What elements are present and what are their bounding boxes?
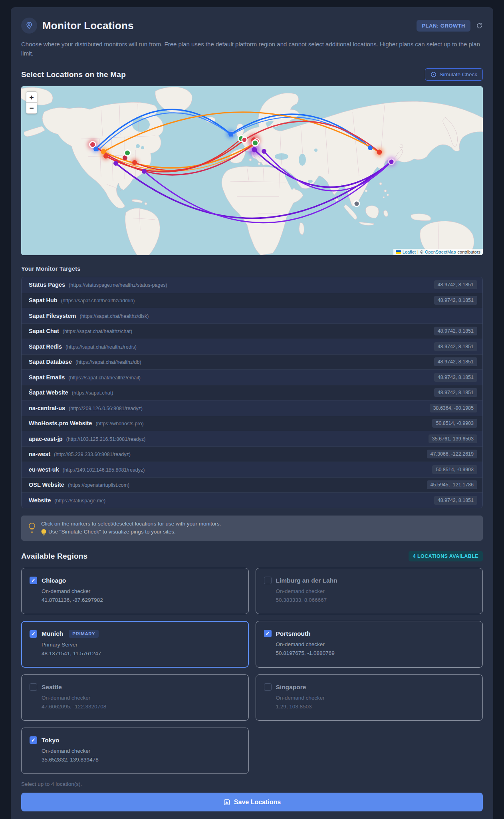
coords-badge: 48.9742, 8.1851 — [434, 373, 477, 382]
coords-badge: 48.9742, 8.1851 — [434, 342, 477, 351]
marker-na-west-orange — [101, 149, 106, 155]
region-cards-grid: Chicago On-demand checker 41.8781136, -8… — [21, 568, 483, 774]
marker-singapore-gray — [354, 201, 359, 206]
marker-europe-purple-1 — [252, 147, 257, 153]
target-row: Sapat Filesystem(https://sapat.chat/heal… — [22, 308, 482, 323]
marker-chicago-green — [125, 150, 131, 156]
target-row: Sapat Chat(https://sapat.chat/healthz/ch… — [22, 323, 482, 339]
target-row: Sapat Hub(https://sapat.chat/healthz/adm… — [22, 293, 482, 308]
coords-badge: 48.9742, 8.1851 — [434, 388, 477, 397]
coords-badge: 50.8514, -0.9903 — [432, 465, 477, 474]
target-row: Sapat Database(https://sapat.chat/health… — [22, 354, 482, 370]
targets-heading: Your Monitor Targets — [21, 266, 483, 272]
tip-line-1: Click on the markers to select/deselect … — [41, 520, 221, 528]
coords-badge: 45.5945, -121.1786 — [427, 480, 477, 489]
regions-heading: Available Regions — [21, 552, 87, 561]
map-zoom-in-button[interactable]: + — [26, 92, 37, 103]
marker-us-purple-2 — [142, 169, 147, 174]
refresh-icon[interactable] — [476, 22, 483, 29]
targets-list: Status Pages(https://statuspage.me/healt… — [21, 277, 483, 508]
target-row: Website(https://statuspage.me)48.9742, 8… — [22, 492, 482, 508]
marker-na-central-red — [132, 160, 137, 165]
marker-munich-green — [252, 140, 258, 146]
marker-seattle-crimson — [90, 142, 96, 148]
map-canvas — [21, 86, 483, 255]
coords-badge: 50.8514, -0.9903 — [432, 419, 477, 428]
coords-badge: 47.3066, -122.2619 — [427, 450, 477, 458]
region-card-singapore[interactable]: Singapore On-demand checker 1.29, 103.85… — [256, 674, 483, 721]
map-attribution: Leaflet | © OpenStreetMap contributors — [393, 249, 483, 255]
save-locations-button[interactable]: Save Locations — [21, 793, 483, 811]
map-zoom-out-button[interactable]: − — [26, 103, 37, 113]
target-row: Sapat Emails(https://sapat.chat/healthz/… — [22, 369, 482, 385]
coords-badge: 48.9742, 8.1851 — [434, 280, 477, 289]
simulate-check-button[interactable]: Simulate Check — [425, 68, 483, 81]
coords-badge: 48.9742, 8.1851 — [434, 357, 477, 366]
tip-line-2: Use "Simulate Check" to visualize pings … — [48, 528, 176, 536]
coords-badge: 48.9742, 8.1851 — [434, 296, 477, 305]
target-row: Sapat Redis(https://sapat.chat/healthz/r… — [22, 339, 482, 354]
checkbox-limburg[interactable] — [264, 577, 272, 584]
target-row: na-central-us(http://209.126.0.56:8081/r… — [22, 400, 482, 416]
checkbox-munich[interactable] — [30, 630, 37, 638]
map-section-heading: Select Locations on the Map — [21, 70, 126, 79]
play-circle-icon — [431, 71, 437, 77]
selection-limit-note: Select up to 4 location(s). — [21, 781, 483, 787]
region-card-seattle[interactable]: Seattle On-demand checker 47.6062095, -1… — [21, 674, 249, 721]
marker-asia-blue — [368, 145, 373, 150]
coords-badge: 48.9742, 8.1851 — [434, 327, 477, 335]
marker-uk-blue — [228, 132, 233, 137]
target-row: apac-east-jp(http://103.125.216.51:8081/… — [22, 431, 482, 446]
coords-badge: 35.6761, 139.6503 — [429, 434, 477, 443]
locations-available-badge: 4 LOCATIONS AVAILABLE — [409, 551, 483, 561]
tip-box: Click on the markers to select/deselect … — [21, 516, 483, 541]
checkbox-chicago[interactable] — [30, 577, 37, 584]
lightbulb-outline-icon — [28, 522, 36, 534]
plan-badge: PLAN: GROWTH — [417, 20, 470, 32]
region-card-limburg[interactable]: Limburg an der Lahn On-demand checker 50… — [256, 568, 483, 614]
marker-us-purple-1 — [113, 161, 118, 166]
coords-badge: 48.9742, 8.1851 — [434, 496, 477, 505]
region-card-munich[interactable]: MunichPRIMARY Primary Server 48.1371541,… — [21, 621, 249, 668]
coords-badge: 38.6364, -90.1985 — [430, 404, 477, 412]
region-card-chicago[interactable]: Chicago On-demand checker 41.8781136, -8… — [21, 568, 249, 614]
checkbox-tokyo[interactable] — [30, 736, 37, 744]
header: Monitor Locations PLAN: GROWTH — [21, 18, 483, 34]
marker-tokyo-purple — [389, 159, 394, 165]
lightbulb-icon — [41, 529, 46, 535]
monitor-locations-panel: Monitor Locations PLAN: GROWTH Choose wh… — [11, 7, 493, 819]
marker-uk-red — [242, 137, 247, 143]
marker-europe-purple-2 — [262, 149, 266, 154]
region-card-portsmouth[interactable]: Portsmouth On-demand checker 50.8197675,… — [256, 621, 483, 668]
map-zoom-control: + − — [26, 91, 37, 114]
page-title: Monitor Locations — [42, 20, 134, 32]
region-card-tokyo[interactable]: Tokyo On-demand checker 35.652832, 139.8… — [21, 728, 249, 774]
save-icon — [223, 799, 230, 806]
ukraine-flag-icon — [396, 250, 401, 254]
target-row: WhoHosts.pro Website(https://whohosts.pr… — [22, 416, 482, 431]
page-description: Choose where your distributed monitors w… — [21, 40, 483, 58]
target-row: eu-west-uk(http://149.102.146.185:8081/r… — [22, 462, 482, 477]
marker-asia-red — [377, 150, 382, 155]
checkbox-singapore[interactable] — [264, 683, 272, 691]
checkbox-portsmouth[interactable] — [264, 630, 272, 637]
leaflet-link[interactable]: Leaflet — [403, 250, 416, 254]
target-row: na-west(http://85.239.233.60:8081/readyz… — [22, 446, 482, 462]
primary-badge: PRIMARY — [69, 630, 99, 638]
world-map[interactable]: + − Leaflet | © OpenStreetMap contributo… — [21, 86, 483, 255]
marker-na-west-red — [103, 154, 108, 159]
osm-link[interactable]: OpenStreetMap — [425, 250, 456, 254]
target-row: Šapat Website(https://sapat.chat)48.9742… — [22, 385, 482, 401]
checkbox-seattle[interactable] — [30, 683, 37, 691]
location-pin-icon — [21, 18, 37, 34]
target-row: Status Pages(https://statuspage.me/healt… — [22, 277, 482, 293]
marker-seattle-blue — [93, 147, 98, 151]
target-row: OSL Website(https://openstartuplist.com)… — [22, 477, 482, 493]
